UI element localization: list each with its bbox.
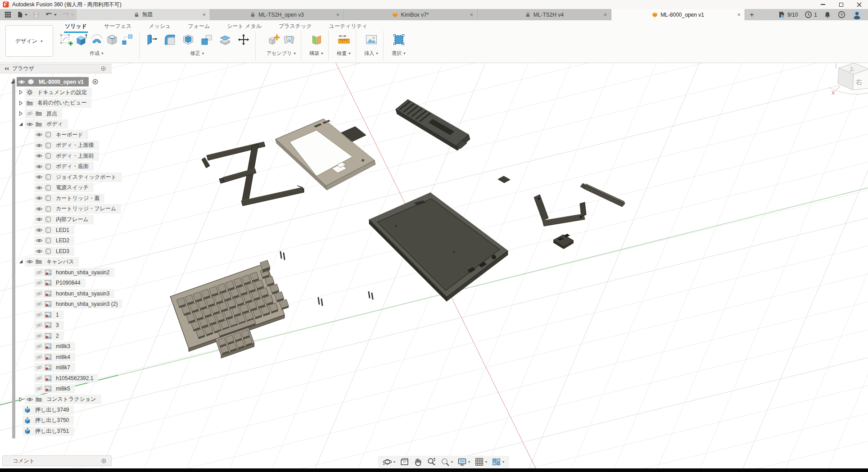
tab-close-button[interactable]: × [737,12,741,18]
tree-item[interactable]: LED3 [34,246,135,257]
visibility-eye-icon[interactable] [36,385,43,392]
tree-item[interactable]: honbun_shita_syasin3 (2) [34,299,135,310]
new-tab-button[interactable]: + [745,9,759,20]
group-label-create[interactable]: 作成▼ [90,50,104,57]
visibility-eye-icon[interactable] [36,227,43,234]
pattern-button[interactable] [120,31,135,49]
revolve-button[interactable] [89,31,104,49]
model-screws[interactable] [280,252,373,305]
expand-arrow-icon[interactable] [17,89,24,96]
visibility-eye-icon[interactable] [26,258,33,265]
select-button[interactable] [391,31,407,49]
visibility-eye-icon[interactable] [36,332,43,340]
tree-item[interactable]: カートリッジ・フレーム [34,204,135,214]
tree-item[interactable]: 押し出し3749 [23,405,135,416]
maximize-button[interactable] [832,0,850,9]
grid-settings-button[interactable] [475,457,488,467]
tree-item[interactable]: ml8k7 [34,363,135,373]
visibility-eye-icon[interactable] [36,205,43,213]
expand-arrow-icon[interactable] [17,100,24,106]
tree-item[interactable]: カートリッジ・蓋 [34,193,135,204]
tree-item[interactable]: 名前の付いたビュー [17,98,135,109]
group-label-select[interactable]: 選択▼ [392,50,406,57]
job-status-button[interactable]: 9/10 [778,11,798,18]
tree-item[interactable]: ジョイスティックポート [34,172,135,183]
construction-plane-button[interactable] [309,31,324,49]
group-label-insert[interactable]: 挿入▼ [364,50,379,57]
model-chip[interactable] [498,176,510,183]
visibility-eye-icon[interactable] [26,121,33,128]
tree-item[interactable]: ml8k4 [34,352,135,363]
pan-button[interactable] [413,457,423,467]
tree-item[interactable]: ドキュメントの設定 [17,87,135,98]
visibility-eye-icon[interactable] [36,163,43,170]
redo-button[interactable] [62,11,74,18]
doc-tab-untitled[interactable]: 無題 × [77,9,210,20]
display-settings-button[interactable] [457,457,470,467]
visibility-eye-icon[interactable] [36,216,43,223]
visibility-eye-icon[interactable] [26,110,33,117]
doc-tab-ml-ts2h-open-v3[interactable]: ML-TS2H_open v3 × [210,9,344,20]
visibility-eye-icon[interactable] [36,173,43,181]
model-bracket[interactable] [534,195,586,226]
tree-item[interactable]: コンストラクション [17,394,135,405]
visibility-eye-icon[interactable] [36,237,43,244]
comment-bar[interactable]: コメント [2,455,112,466]
visibility-eye-icon[interactable] [36,375,43,382]
pending-actions-button[interactable]: 1 [805,11,817,18]
tab-close-button[interactable]: × [336,12,339,18]
visibility-eye-icon[interactable] [36,300,43,308]
panel-target-icon[interactable] [100,66,106,72]
activate-component-icon[interactable] [92,78,99,85]
close-button[interactable] [850,0,868,9]
expand-arrow-icon[interactable] [17,110,24,117]
tree-item[interactable]: h1054562392.1 [34,373,135,384]
visibility-eye-icon[interactable] [36,322,43,329]
visibility-eye-icon[interactable] [36,269,43,276]
expand-arrow-icon[interactable] [17,396,24,403]
workspace-selector[interactable]: デザイン ▼ [5,25,53,57]
tree-item[interactable]: 押し出し3751 [23,426,135,437]
visibility-eye-icon[interactable] [36,152,43,159]
visibility-eye-icon[interactable] [36,290,43,297]
model-connector[interactable] [553,234,574,249]
create-sketch-button[interactable] [59,31,74,49]
expand-arrow-icon[interactable] [17,259,24,265]
tree-item[interactable]: ml8k3 [34,341,135,352]
tree-item[interactable]: ml8k5 [34,384,135,395]
model-keyboard[interactable] [170,260,289,359]
tree-item[interactable]: 2 [34,331,135,341]
expand-arrow-icon[interactable] [17,121,24,127]
tab-close-button[interactable]: × [470,12,473,18]
user-avatar[interactable] [852,10,862,19]
tab-close-button[interactable]: × [202,12,206,18]
visibility-eye-icon[interactable] [36,343,43,350]
visibility-eye-icon[interactable] [36,131,43,138]
tree-item[interactable]: 3 [34,320,135,331]
group-label-inspect[interactable]: 検査▼ [337,50,351,57]
collapse-panel-icon[interactable] [4,66,9,72]
visibility-eye-icon[interactable] [36,142,43,149]
tree-item[interactable]: LED1 [34,225,135,236]
model-bottom-case[interactable] [369,193,508,301]
visibility-eye-icon[interactable] [36,354,43,361]
visibility-eye-icon[interactable] [36,248,43,255]
new-component-button[interactable] [266,31,281,49]
tree-item[interactable]: P1090644 [34,278,135,289]
tree-item[interactable]: キーボード [34,130,135,141]
tree-item[interactable]: 押し出し3750 [23,415,135,426]
doc-tab-kimbox-v7[interactable]: KimBox v7* × [344,9,478,20]
tree-item[interactable]: 電源スイッチ [34,182,135,193]
press-pull-button[interactable] [144,31,159,49]
viewports-button[interactable] [492,457,505,467]
zoom-button[interactable] [427,457,436,467]
comment-target-icon[interactable] [101,458,107,464]
tree-item[interactable]: ボディ・上面後 [34,140,135,151]
undo-button[interactable] [45,11,57,18]
orbit-button[interactable] [383,457,396,467]
group-label-assemble[interactable]: アセンブリ▼ [267,50,296,57]
visibility-eye-icon[interactable] [36,184,43,191]
tree-item[interactable]: 内部フレーム [34,214,135,225]
tree-item[interactable]: ボディ・底面 [34,161,135,172]
tree-item[interactable]: LED2 [34,236,135,246]
